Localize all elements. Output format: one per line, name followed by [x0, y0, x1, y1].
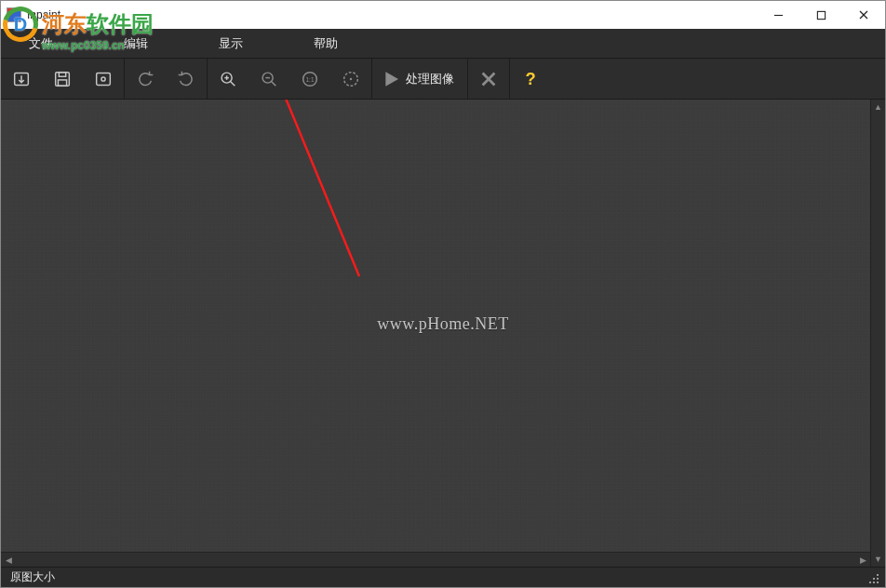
menu-help[interactable]: 帮助	[299, 30, 353, 58]
undo-icon	[135, 69, 155, 89]
help-button[interactable]: ?	[510, 59, 551, 100]
menu-view[interactable]: 显示	[204, 30, 258, 58]
horizontal-scrollbar[interactable]: ◀ ▶	[1, 552, 870, 567]
svg-point-20	[350, 77, 352, 79]
menu-file[interactable]: 文件	[14, 30, 68, 58]
window-controls	[757, 1, 885, 29]
redo-button[interactable]	[166, 59, 207, 100]
help-icon: ?	[520, 69, 541, 89]
svg-rect-7	[58, 79, 66, 85]
zoom-11-icon: 1:1	[300, 69, 320, 89]
cancel-button[interactable]	[468, 59, 509, 100]
svg-rect-6	[59, 72, 65, 76]
annotation-arrow	[182, 100, 369, 286]
export-button[interactable]	[83, 59, 124, 100]
vertical-scrollbar[interactable]: ▲ ▼	[870, 100, 885, 567]
open-button[interactable]	[1, 59, 42, 100]
close-button[interactable]	[842, 1, 885, 29]
zoom-fit-icon	[341, 69, 361, 89]
titlebar[interactable]: Inpaint	[1, 1, 885, 29]
canvas-area[interactable]: www.pHome.NET ▲ ▼ ◀ ▶	[1, 100, 885, 567]
svg-text:?: ?	[525, 69, 535, 88]
zoom-out-button[interactable]	[248, 59, 289, 100]
redo-icon	[176, 69, 196, 89]
svg-marker-21	[386, 73, 397, 85]
scroll-left-icon[interactable]: ◀	[1, 553, 16, 567]
export-icon	[93, 69, 114, 89]
svg-point-9	[101, 76, 105, 80]
scroll-up-icon[interactable]: ▲	[871, 100, 885, 114]
play-icon	[382, 70, 400, 88]
app-window: Inpaint 河东软件园 www.pc0359.cn 文件 编辑 显示 帮助	[0, 0, 886, 588]
minimize-button[interactable]	[757, 1, 799, 29]
zoom-in-icon	[218, 69, 238, 89]
save-icon	[52, 69, 73, 89]
app-icon	[7, 7, 21, 22]
statusbar: 原图大小	[1, 567, 885, 587]
process-label[interactable]: 处理图像	[406, 71, 467, 87]
scroll-right-icon[interactable]: ▶	[855, 553, 870, 567]
svg-text:1:1: 1:1	[306, 75, 315, 82]
zoom-fit-button[interactable]	[330, 59, 371, 100]
svg-line-11	[231, 81, 235, 86]
status-text: 原图大小	[10, 569, 55, 585]
svg-line-15	[272, 81, 276, 86]
svg-rect-8	[97, 73, 111, 85]
svg-rect-1	[817, 11, 825, 19]
svg-line-25	[271, 100, 359, 276]
toolbar: 1:1 处理图像 ?	[1, 59, 885, 100]
zoom-actual-button[interactable]: 1:1	[289, 59, 330, 100]
save-button[interactable]	[42, 59, 83, 100]
cancel-icon	[478, 69, 499, 89]
menubar: 文件 编辑 显示 帮助	[1, 29, 885, 59]
zoom-out-icon	[259, 69, 279, 89]
scroll-down-icon[interactable]: ▼	[871, 552, 885, 567]
undo-button[interactable]	[125, 59, 166, 100]
menu-edit[interactable]: 编辑	[109, 30, 163, 58]
process-button[interactable]	[372, 59, 406, 100]
resize-grip-icon[interactable]	[866, 571, 879, 584]
open-icon	[11, 69, 32, 89]
maximize-button[interactable]	[799, 1, 842, 29]
canvas-center-watermark: www.pHome.NET	[377, 314, 508, 333]
zoom-in-button[interactable]	[208, 59, 248, 100]
window-title: Inpaint	[27, 8, 60, 21]
